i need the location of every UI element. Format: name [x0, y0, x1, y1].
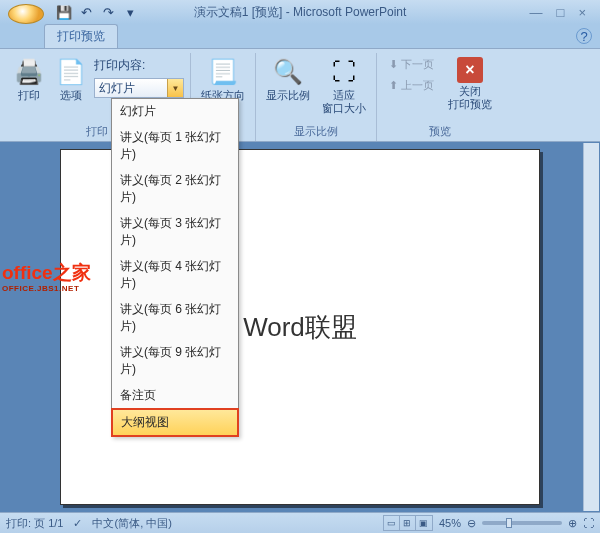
dropdown-item[interactable]: 讲义(每页 4 张幻灯片)	[112, 254, 238, 297]
dropdown-item[interactable]: 讲义(每页 3 张幻灯片)	[112, 211, 238, 254]
statusbar: 打印: 页 1/1 ✓ 中文(简体, 中国) ▭ ⊞ ▣ 45% ⊖ ⊕ ⛶	[0, 512, 600, 533]
zoom-slider[interactable]	[482, 521, 562, 525]
fit-icon: ⛶	[329, 57, 359, 87]
view-normal-icon[interactable]: ▭	[384, 516, 400, 530]
minimize-button[interactable]: —	[530, 5, 543, 20]
fit-window-button[interactable]: ⛶ 适应 窗口大小	[318, 55, 370, 117]
spellcheck-icon[interactable]: ✓	[73, 517, 82, 530]
status-page: 打印: 页 1/1	[6, 516, 63, 531]
print-content-combo[interactable]: 幻灯片 ▼	[94, 78, 184, 98]
ribbon-group-label-print: 打印	[86, 122, 108, 141]
orientation-button[interactable]: 📃 纸张方向	[197, 55, 249, 104]
arrow-down-icon: ⬇	[389, 58, 398, 71]
zoom-button[interactable]: 🔍 显示比例	[262, 55, 314, 104]
dropdown-item-outline-view[interactable]: 大纲视图	[112, 409, 238, 436]
ribbon-group-zoom: 🔍 显示比例 ⛶ 适应 窗口大小 显示比例	[256, 53, 377, 141]
options-icon: 📄	[56, 57, 86, 87]
window-controls: — □ ×	[530, 5, 596, 20]
zoom-button-label: 显示比例	[266, 89, 310, 102]
prev-page-button[interactable]: ⬆上一页	[383, 76, 440, 95]
fit-to-window-icon[interactable]: ⛶	[583, 517, 594, 529]
tab-print-preview[interactable]: 打印预览	[44, 24, 118, 48]
ribbon: 🖨️ 打印 📄 选项 打印内容: 幻灯片 ▼ 打印 📃 纸张方向	[0, 48, 600, 142]
ribbon-group-preview: ⬇下一页 ⬆上一页 × 关闭 打印预览 预览	[377, 53, 502, 141]
next-page-button[interactable]: ⬇下一页	[383, 55, 440, 74]
combo-value: 幻灯片	[95, 80, 167, 97]
zoom-slider-thumb[interactable]	[506, 518, 512, 528]
office-button[interactable]	[8, 4, 44, 24]
print-button[interactable]: 🖨️ 打印	[10, 55, 48, 104]
chevron-down-icon[interactable]: ▼	[167, 79, 183, 97]
qat-more-icon[interactable]: ▾	[120, 3, 140, 21]
dropdown-item[interactable]: 备注页	[112, 383, 238, 409]
close-window-button[interactable]: ×	[578, 5, 586, 20]
redo-icon[interactable]: ↷	[98, 3, 118, 21]
zoom-in-button[interactable]: ⊕	[568, 517, 577, 530]
zoom-icon: 🔍	[273, 57, 303, 87]
orientation-icon: 📃	[208, 57, 238, 87]
quick-access-toolbar: 💾 ↶ ↷ ▾	[54, 3, 140, 21]
dropdown-item[interactable]: 讲义(每页 6 张幻灯片)	[112, 297, 238, 340]
save-icon[interactable]: 💾	[54, 3, 74, 21]
ribbon-tabbar: 打印预览 ?	[0, 24, 600, 48]
ribbon-group-label-zoom: 显示比例	[294, 122, 338, 141]
help-icon[interactable]: ?	[576, 28, 592, 44]
watermark: office之家 OFFICE.JBS1.NET	[2, 260, 91, 293]
preview-canvas: Word联盟	[0, 142, 600, 512]
dropdown-item[interactable]: 幻灯片	[112, 99, 238, 125]
ribbon-group-label-preview: 预览	[429, 122, 451, 141]
close-preview-button[interactable]: × 关闭 打印预览	[444, 55, 496, 113]
slide-content-text: Word联盟	[243, 310, 357, 345]
view-switcher: ▭ ⊞ ▣	[383, 515, 433, 531]
window-title: 演示文稿1 [预览] - Microsoft PowerPoint	[194, 4, 407, 21]
print-content-dropdown: 幻灯片 讲义(每页 1 张幻灯片) 讲义(每页 2 张幻灯片) 讲义(每页 3 …	[111, 98, 239, 437]
maximize-button[interactable]: □	[557, 5, 565, 20]
fit-window-button-label: 适应 窗口大小	[322, 89, 366, 115]
view-slideshow-icon[interactable]: ▣	[416, 516, 432, 530]
print-content-label: 打印内容:	[94, 57, 184, 74]
status-language[interactable]: 中文(简体, 中国)	[92, 516, 171, 531]
undo-icon[interactable]: ↶	[76, 3, 96, 21]
view-sorter-icon[interactable]: ⊞	[400, 516, 416, 530]
dropdown-item[interactable]: 讲义(每页 9 张幻灯片)	[112, 340, 238, 383]
zoom-out-button[interactable]: ⊖	[467, 517, 476, 530]
vertical-scrollbar[interactable]	[583, 143, 599, 511]
dropdown-item[interactable]: 讲义(每页 1 张幻灯片)	[112, 125, 238, 168]
close-icon: ×	[457, 57, 483, 83]
titlebar: 💾 ↶ ↷ ▾ 演示文稿1 [预览] - Microsoft PowerPoin…	[0, 0, 600, 24]
print-button-label: 打印	[18, 89, 40, 102]
arrow-up-icon: ⬆	[389, 79, 398, 92]
zoom-percent[interactable]: 45%	[439, 517, 461, 529]
dropdown-item[interactable]: 讲义(每页 2 张幻灯片)	[112, 168, 238, 211]
close-preview-button-label: 关闭 打印预览	[448, 85, 492, 111]
options-button-label: 选项	[60, 89, 82, 102]
options-button[interactable]: 📄 选项	[52, 55, 90, 104]
printer-icon: 🖨️	[14, 57, 44, 87]
